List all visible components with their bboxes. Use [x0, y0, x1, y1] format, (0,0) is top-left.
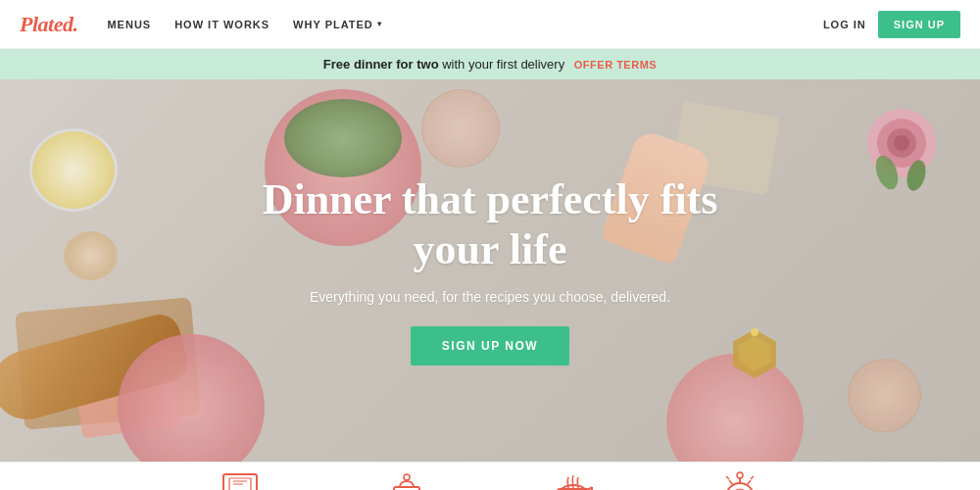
- laptop-icon: [216, 469, 265, 490]
- offer-banner: Free dinner for two with your first deli…: [0, 49, 980, 79]
- offer-bold-text: Free dinner for two: [323, 57, 439, 72]
- groceries-icon: [382, 469, 431, 490]
- bottom-icons-section: [0, 462, 980, 490]
- hero-subtitle: Everything you need, for the recipes you…: [310, 289, 670, 305]
- eating-icon: [715, 469, 764, 490]
- nav-link-menus[interactable]: MENUS: [107, 19, 151, 30]
- login-button[interactable]: LOG IN: [823, 19, 866, 30]
- nav-links: MENUS HOW IT WORKS WHY PLATED ▾: [107, 19, 822, 30]
- svg-line-25: [729, 480, 733, 485]
- svg-rect-9: [223, 474, 257, 490]
- cooking-icon: [549, 469, 598, 490]
- brand-dot: .: [73, 12, 77, 36]
- nav-right: LOG IN SIGN UP: [823, 11, 960, 38]
- hero-overlay: Dinner that perfectly fits your life Eve…: [0, 79, 980, 462]
- hero-title: Dinner that perfectly fits your life: [255, 175, 725, 274]
- brand-logo[interactable]: Plated.: [20, 12, 77, 37]
- signup-button[interactable]: SIGN UP: [878, 11, 960, 38]
- svg-line-28: [726, 476, 729, 479]
- brand-name: Plated: [20, 12, 73, 36]
- svg-line-29: [751, 476, 754, 479]
- offer-terms-link[interactable]: OFFER TERMS: [574, 59, 657, 71]
- navbar: Plated. MENUS HOW IT WORKS WHY PLATED ▾ …: [0, 0, 980, 49]
- svg-point-17: [404, 474, 410, 480]
- hero-section: Dinner that perfectly fits your life Eve…: [0, 79, 980, 462]
- svg-line-26: [747, 480, 751, 485]
- hero-cta-button[interactable]: SIGN UP NOW: [411, 326, 569, 366]
- nav-link-why-plated[interactable]: WHY PLATED ▾: [293, 19, 382, 30]
- chevron-down-icon: ▾: [377, 20, 382, 28]
- offer-normal-text: with your first delivery: [442, 57, 564, 72]
- nav-link-how-it-works[interactable]: HOW IT WORKS: [174, 19, 270, 30]
